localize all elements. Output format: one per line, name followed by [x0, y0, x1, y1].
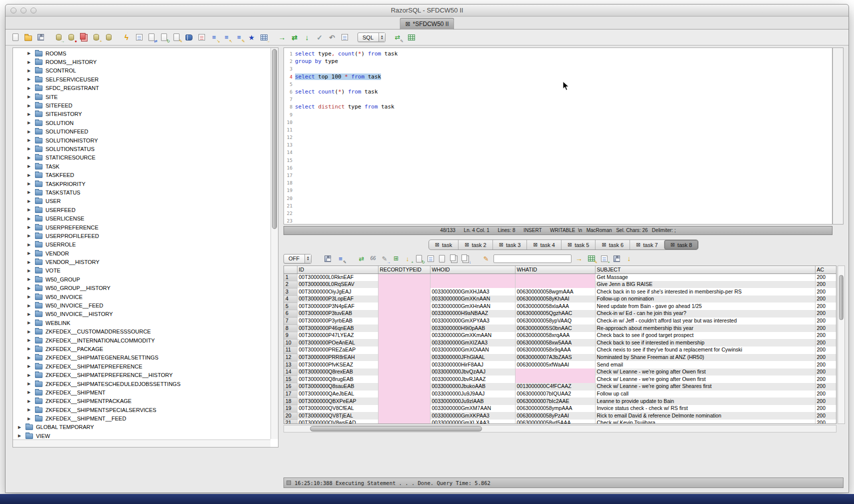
disclosure-triangle-icon[interactable]: ▶ [28, 130, 32, 134]
code-line-4[interactable]: 4select top 100 * from task [284, 73, 832, 80]
code-line-22[interactable]: 22 [284, 210, 832, 217]
disclosure-triangle-icon[interactable]: ▶ [28, 216, 32, 221]
tree-item[interactable]: ▶WEBLINK [13, 318, 270, 327]
cell-subj[interactable]: Need update from Bain - gave go ahead 1/… [595, 302, 815, 310]
tree-item[interactable]: ▶USERFEED [13, 206, 270, 214]
cell-who[interactable]: 0033000000GmXKPAA3 [430, 412, 515, 420]
disclosure-triangle-icon[interactable]: ▶ [28, 260, 32, 264]
tree-item[interactable]: ▶SOLUTIONSTATUS [13, 144, 270, 153]
grid-scrollbar-thumb[interactable] [839, 275, 844, 320]
document-tab[interactable]: ⊠ *SFDCW50 II [400, 18, 454, 30]
cell-who[interactable]: 0033000000JFhGlAAL [430, 354, 515, 362]
tree-item[interactable]: ▶VIEW [13, 432, 270, 439]
tab-close-icon[interactable]: ⊠ [568, 242, 572, 248]
row-number[interactable]: 14 [284, 368, 297, 376]
row-number[interactable]: 2 [284, 281, 297, 288]
tree-item[interactable]: ▶TASKFEED [13, 170, 270, 179]
cell-who[interactable]: 0033000000GmXHJAA3 [430, 288, 515, 296]
cell-what[interactable]: 006300000058yd5AAA [515, 420, 595, 424]
cell-ac[interactable]: 200 [815, 368, 836, 376]
cell-who[interactable]: 0033000000Ju9J9AAJ [430, 390, 515, 398]
record-form-icon[interactable] [426, 254, 436, 264]
row-number[interactable]: 12 [284, 354, 297, 362]
tree-item[interactable]: ▶SITEFEED [13, 101, 270, 110]
cell-ac[interactable]: 200 [815, 332, 836, 340]
tree-horizontal-scrollbar[interactable] [13, 440, 270, 447]
cell-what[interactable]: 0013000000C4fFCAAZ [515, 383, 595, 390]
result-tab-task-2[interactable]: ⊠task 2 [458, 240, 492, 250]
cell-who[interactable] [430, 281, 515, 288]
zoom-button[interactable] [30, 8, 36, 14]
code-line-5[interactable]: 5 [284, 80, 832, 88]
cell-rt[interactable] [378, 324, 430, 332]
cell-id[interactable]: 00T3000000Q8sauEAB [297, 383, 378, 390]
cell-subj[interactable]: Check back to see if interested in membe… [595, 339, 815, 346]
tree-item[interactable]: ▶VENDOR__HISTORY [13, 258, 270, 266]
row-number[interactable]: 9 [284, 332, 297, 340]
uncomment-icon[interactable]: ≡↖ [222, 32, 232, 42]
execute-sql-icon[interactable]: ϟ [122, 32, 132, 42]
disclosure-triangle-icon[interactable]: ▶ [28, 77, 32, 82]
tree-item[interactable]: ▶ZKFEDEX__SHIPMATEPREFERENCE__HISTORY [13, 370, 270, 379]
grid-hscrollbar-thumb[interactable] [310, 426, 482, 432]
cell-what[interactable]: 00630000007A3bZAAS [515, 354, 595, 362]
view-record-icon[interactable]: 66 [368, 254, 378, 264]
row-number[interactable]: 11 [284, 346, 297, 354]
disclosure-triangle-icon[interactable]: ▶ [28, 68, 32, 73]
code-line-10[interactable]: 10 [284, 118, 832, 126]
code-line-11[interactable]: 11 [284, 126, 832, 134]
drop-object-icon[interactable] [104, 32, 114, 42]
disclosure-triangle-icon[interactable]: ▶ [28, 182, 32, 186]
cell-subj[interactable]: Nominated by Shane Freeman at ANZ (HR50) [595, 354, 815, 362]
result-tab-task-6[interactable]: ⊠task 6 [595, 240, 630, 250]
tab-close-icon[interactable]: ⊠ [405, 21, 410, 27]
disclosure-triangle-icon[interactable]: ▶ [28, 86, 32, 90]
editor-vertical-scrollbar[interactable] [832, 48, 844, 224]
save-results-icon[interactable] [322, 254, 332, 264]
code-line-13[interactable]: 13 [284, 141, 832, 148]
disclosure-triangle-icon[interactable]: ▶ [28, 104, 32, 108]
column-header-whoid[interactable]: WHOID [430, 266, 515, 274]
row-number[interactable]: 16 [284, 383, 297, 390]
cell-id[interactable]: 00T3000000P46qnEAB [297, 324, 378, 332]
cell-who[interactable]: 0033000000H9aNBAAZ [430, 310, 515, 318]
cell-who[interactable]: 0033000000GmXOiAAN [430, 346, 515, 354]
tree-item[interactable]: ▶USERLICENSE [13, 214, 270, 222]
disclosure-triangle-icon[interactable]: ▶ [18, 434, 22, 438]
cell-ac[interactable]: 200 [815, 346, 836, 354]
result-tab-task-7[interactable]: ⊠task 7 [630, 240, 664, 250]
cell-what[interactable] [515, 376, 595, 383]
disclosure-triangle-icon[interactable]: ▶ [28, 234, 32, 238]
disclosure-triangle-icon[interactable]: ▶ [28, 399, 32, 404]
fetch-more-icon[interactable]: ↓ [624, 254, 634, 264]
describe-table-icon[interactable] [196, 32, 206, 42]
tree-item[interactable]: ▶ZKFEDEX__SHIPMENT [13, 388, 270, 396]
disclosure-triangle-icon[interactable]: ▶ [28, 173, 32, 178]
code-line-19[interactable]: 19 [284, 186, 832, 194]
disclosure-triangle-icon[interactable]: ▶ [28, 286, 32, 290]
cell-ac[interactable]: 200 [815, 281, 836, 288]
cell-who[interactable]: 0033000000GmXM7AAN [430, 405, 515, 412]
cell-id[interactable]: 00T3000000P3tuvEAB [297, 310, 378, 318]
cell-rt[interactable] [378, 281, 430, 288]
tree-item[interactable]: ▶TASK [13, 162, 270, 170]
cell-id[interactable]: 00T3000000QV8CfEAL [297, 405, 378, 412]
help-book-icon[interactable] [184, 32, 194, 42]
cell-subj[interactable]: Follow up call [595, 390, 815, 398]
tree-item[interactable]: ▶W50_GROUP [13, 275, 270, 284]
tree-item[interactable]: ▶W50_INVOICE__FEED [13, 301, 270, 310]
cell-subj[interactable]: Check back to see if good target prospec… [595, 332, 815, 340]
tree-item[interactable]: ▶SCONTROL [13, 66, 270, 75]
cell-ac[interactable]: 200 [815, 274, 836, 281]
row-number[interactable]: 15 [284, 376, 297, 383]
row-number[interactable]: 18 [284, 398, 297, 405]
row-number[interactable]: 19 [284, 405, 297, 412]
disclosure-triangle-icon[interactable]: ▶ [28, 60, 32, 64]
edit-file-icon[interactable]: ✎ [172, 32, 182, 42]
cell-id[interactable]: 00T3000000QBXPeEAP [297, 398, 378, 405]
row-number[interactable]: 6 [284, 310, 297, 318]
disclosure-triangle-icon[interactable]: ▶ [28, 304, 32, 308]
cell-rt[interactable] [378, 274, 430, 281]
cell-ac[interactable]: 200 [815, 376, 836, 383]
column-header-rownum[interactable] [284, 266, 297, 274]
